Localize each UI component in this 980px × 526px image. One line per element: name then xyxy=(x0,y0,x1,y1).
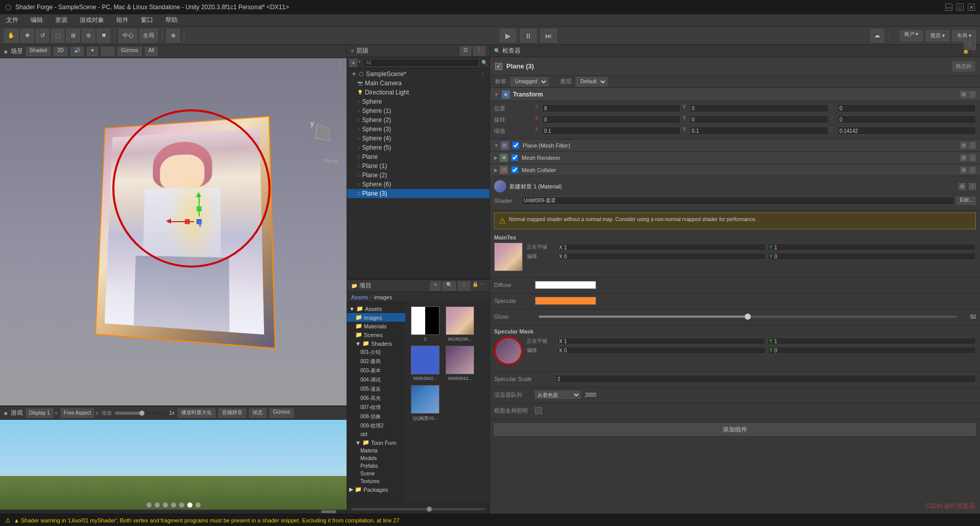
add-component-button[interactable]: 添加组件 xyxy=(494,423,976,436)
folder-001[interactable]: 001-介绍 xyxy=(347,348,405,357)
scale-knob[interactable] xyxy=(139,411,144,416)
folder-materia[interactable]: Materia xyxy=(347,447,405,455)
folder-004[interactable]: 004-调试 xyxy=(347,375,405,385)
step-button[interactable]: ⏭ xyxy=(541,29,557,42)
tool-transform[interactable]: ⊛ xyxy=(82,29,95,42)
specmask-thumbnail[interactable] xyxy=(494,337,523,365)
hierarchy-item-plane1[interactable]: □ Plane (1) xyxy=(347,161,489,171)
gloss-slider-track[interactable] xyxy=(539,316,957,318)
mesh-filter-more-icon[interactable]: ⋮ xyxy=(969,142,976,149)
asset-96286299[interactable]: 96286299... xyxy=(445,306,475,342)
asset-qq[interactable]: QQ截图20... xyxy=(410,385,440,422)
maintex-offy-val[interactable]: 0 xyxy=(774,254,777,259)
asset-size-slider[interactable] xyxy=(347,504,489,514)
maintex-thumbnail[interactable] xyxy=(494,243,523,271)
rot-x-input[interactable]: 0 xyxy=(542,115,680,124)
pause-button[interactable]: ⏸ xyxy=(520,29,536,42)
rot-y-input[interactable]: 0 xyxy=(690,115,828,124)
proj-add-btn[interactable]: + xyxy=(430,281,440,291)
breadcrumb-assets[interactable]: Assets xyxy=(351,294,368,300)
hierarchy-item-plane3[interactable]: □ Plane (3) xyxy=(347,189,489,198)
scene-options[interactable]: ⋮ xyxy=(480,71,485,77)
hierarchy-item-sphere3[interactable]: ○ Sphere (3) xyxy=(347,125,489,134)
menu-edit[interactable]: 编辑 xyxy=(29,15,45,26)
specmask-ox[interactable]: 0 xyxy=(564,348,567,353)
hier-save-btn[interactable]: ⊡ xyxy=(460,46,471,56)
hierarchy-item-plane[interactable]: □ Plane xyxy=(347,152,489,161)
queue-dropdown[interactable]: 从着色器 xyxy=(535,391,581,399)
folder-scenes[interactable]: 📁 Scenes xyxy=(347,330,405,339)
hierarchy-scene-root[interactable]: ▼ ⬡ SampleScene* ⋮ xyxy=(347,69,489,79)
mesh-renderer-more-icon[interactable]: ⋮ xyxy=(969,154,976,161)
maximize-button[interactable]: □ xyxy=(957,4,964,11)
mesh-collider-settings-icon[interactable]: ⚙ xyxy=(960,166,967,174)
object-name-input[interactable] xyxy=(506,62,948,70)
specmask-oy[interactable]: 0 xyxy=(774,348,777,353)
folder-008[interactable]: 008-切换 xyxy=(347,412,405,421)
transform-settings-icon[interactable]: ⚙ xyxy=(960,91,967,98)
hierarchy-search-input[interactable] xyxy=(363,59,479,67)
mesh-collider-header[interactable]: ▶ ⬡ Mesh Collider ⚙ ⋮ xyxy=(490,164,980,176)
hierarchy-item-sphere1[interactable]: ○ Sphere (1) xyxy=(347,106,489,115)
maximize-play-btn[interactable]: 播放时最大化 xyxy=(178,409,215,418)
doublesided-checkbox[interactable] xyxy=(535,407,542,414)
hierarchy-item-sphere[interactable]: ○ Sphere xyxy=(347,97,489,106)
folder-002[interactable]: 002-最简 xyxy=(347,357,405,366)
scene-camera-btn[interactable]: 🎥 xyxy=(101,47,114,56)
aspect-btn[interactable]: Free Aspect xyxy=(61,409,94,418)
center-toggle[interactable]: 中心 xyxy=(119,29,137,42)
layer-dropdown[interactable]: Default xyxy=(576,77,607,86)
maintex-x-val[interactable]: 1 xyxy=(564,245,567,250)
layers-button[interactable]: 图层 ▾ xyxy=(926,30,949,41)
tool-hand[interactable]: ✋ xyxy=(4,29,18,42)
diffuse-color-swatch[interactable] xyxy=(535,281,596,289)
folder-prefabs[interactable]: Prefabs xyxy=(347,462,405,470)
mesh-renderer-settings-icon[interactable]: ⚙ xyxy=(960,154,967,161)
folder-toon[interactable]: ▼ 📁 Toon Furn xyxy=(347,438,405,447)
proj-more-btn[interactable]: ⋮ xyxy=(458,281,470,291)
specular-color-swatch[interactable] xyxy=(535,297,596,305)
tool-rect[interactable]: ⊞ xyxy=(66,29,80,42)
hier-more-btn[interactable]: ⋮ xyxy=(473,46,485,56)
tool-rotate[interactable]: ↺ xyxy=(36,29,49,42)
hierarchy-item-main-camera[interactable]: 📷 Main Camera xyxy=(347,79,489,88)
folder-shaders[interactable]: ▼ 📁 Shaders xyxy=(347,339,405,348)
scale-y-input[interactable]: 0.1 xyxy=(690,127,828,135)
tool-scale[interactable]: ⬚ xyxy=(51,29,64,42)
pos-y-input[interactable]: 0 xyxy=(690,104,828,112)
hierarchy-item-sphere6[interactable]: ○ Sphere (6) xyxy=(347,180,489,189)
folder-materials[interactable]: 📁 Materials xyxy=(347,322,405,330)
display-selector[interactable]: Display 1 ▾ xyxy=(26,409,58,418)
mesh-filter-enabled[interactable] xyxy=(512,142,519,149)
specscale-value[interactable]: 2 xyxy=(555,375,976,383)
mesh-collider-more-icon[interactable]: ⋮ xyxy=(969,166,976,174)
minimize-button[interactable]: — xyxy=(945,4,952,11)
folder-images[interactable]: 📁 images xyxy=(347,313,405,322)
material-more-icon[interactable]: ⋮ xyxy=(969,183,976,190)
edit-shader-button[interactable]: Edit... xyxy=(957,197,976,205)
folder-003[interactable]: 003-基本 xyxy=(347,366,405,375)
maintex-y-val[interactable]: 1 xyxy=(774,245,777,250)
scene-more-btn[interactable]: ⋮ xyxy=(964,41,976,50)
account-button[interactable]: 账户 ▾ xyxy=(900,30,923,41)
hier-add-btn[interactable]: + ▾ xyxy=(349,59,361,67)
mesh-filter-settings-icon[interactable]: ⚙ xyxy=(960,142,967,149)
tool-move[interactable]: ✥ xyxy=(20,29,34,42)
rot-z-input[interactable]: 0 xyxy=(838,115,976,124)
static-dropdown[interactable]: 静态的 xyxy=(952,61,975,71)
shading-dropdown[interactable]: Shaded xyxy=(26,47,51,56)
close-button[interactable]: ✕ xyxy=(968,4,975,11)
specmask-y[interactable]: 1 xyxy=(774,339,777,344)
menu-component[interactable]: 组件 xyxy=(114,15,131,26)
mesh-renderer-enabled[interactable] xyxy=(511,154,518,161)
mesh-collider-enabled[interactable] xyxy=(511,166,518,173)
material-settings-icon[interactable]: ⚙ xyxy=(959,183,966,190)
all-filter[interactable]: All xyxy=(145,47,158,56)
mesh-renderer-header[interactable]: ▶ ⊞ Mesh Renderer ⚙ ⋮ xyxy=(490,152,980,164)
scale-z-input[interactable]: 0.14142 xyxy=(838,127,976,135)
menu-window[interactable]: 窗口 xyxy=(139,15,155,26)
shader-value[interactable]: Unlit/009-遮罩 xyxy=(522,197,954,205)
folder-packages[interactable]: ▶ 📁 Packages xyxy=(347,485,405,494)
play-button[interactable]: ▶ xyxy=(500,29,516,42)
transform-header[interactable]: ▼ ⊕ Transform ⚙ ⋮ xyxy=(490,88,980,101)
